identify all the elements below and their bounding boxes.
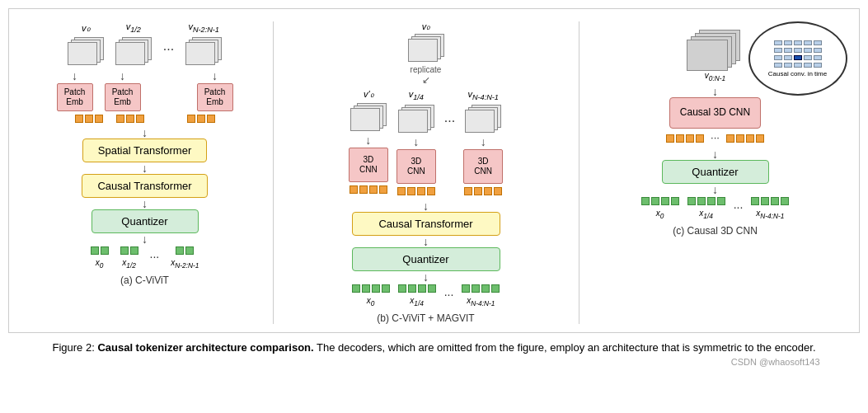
vn-frames bbox=[185, 37, 222, 67]
v1-group: v1/2 bbox=[115, 21, 152, 67]
v0n-label-c: v0:N-1 bbox=[691, 71, 740, 82]
v14-label: v1/4 bbox=[409, 89, 424, 101]
xc1-label: x1/4 bbox=[699, 209, 713, 220]
x1-label-a: x1/2 bbox=[122, 258, 136, 270]
caption-bold: Causal tokenizer architecture comparison… bbox=[97, 341, 313, 354]
vp0-frames bbox=[350, 103, 387, 133]
dots-b-bottom: ··· bbox=[444, 285, 454, 305]
diagram-b: v₀ replicate ↙ v'₀ ↓ 3DCNN bbox=[278, 21, 575, 324]
cnn-box-1: 3DCNN bbox=[396, 149, 436, 184]
x0-label-a: x0 bbox=[96, 258, 104, 270]
figure-number: Figure 2 bbox=[52, 341, 91, 354]
arrow-a3: ↓ bbox=[212, 70, 218, 82]
gtokens-bn bbox=[462, 284, 500, 293]
gtokens-c0 bbox=[641, 197, 679, 205]
zoom-content bbox=[774, 40, 822, 68]
arrow-quant-out-c: ↓ bbox=[712, 184, 718, 195]
v0-frames-b bbox=[408, 34, 444, 63]
arrow-causal-quantizer-a: ↓ bbox=[142, 198, 148, 209]
causal-conv-label: Causal conv. in time bbox=[768, 70, 827, 77]
gtokens-b1 bbox=[398, 284, 436, 293]
green-tokens-a0 bbox=[91, 246, 109, 255]
otokens-c0 bbox=[666, 134, 704, 143]
arrow-to-spatial: ↓ bbox=[142, 127, 148, 138]
xb1-label: x1/4 bbox=[410, 296, 424, 307]
caption-normal: The decoders, which are omitted from the… bbox=[317, 341, 816, 354]
orange-tokens-n bbox=[187, 115, 215, 123]
v0-frames bbox=[68, 37, 104, 67]
dots-a-bottom: ··· bbox=[150, 247, 160, 267]
green-tokens-an bbox=[176, 246, 194, 255]
figure-caption: Figure 2: Causal tokenizer architecture … bbox=[48, 340, 819, 356]
vn-label: vN-2:N-1 bbox=[188, 21, 219, 34]
arrow-quantizer-out-a: ↓ bbox=[142, 233, 148, 245]
vn4-label: vN-4:N-1 bbox=[467, 89, 499, 101]
watermark: CSDN @whaosoft143 bbox=[731, 355, 820, 369]
spatial-transformer-box: Spatial Transformer bbox=[82, 138, 207, 162]
replicate-label: replicate bbox=[411, 65, 442, 74]
zoom-circle: Causal conv. in time bbox=[748, 21, 847, 96]
caption-b: (b) C-ViViT + MAGVIT bbox=[377, 312, 474, 324]
replicate-arrow-b: ↙ bbox=[422, 74, 430, 86]
otokens-b1 bbox=[397, 187, 435, 195]
arrow-causal-quant-b: ↓ bbox=[423, 236, 429, 247]
quantizer-box-c: Quantizer bbox=[662, 160, 769, 184]
v14-frames bbox=[398, 105, 434, 134]
dots-c-bottom: ··· bbox=[734, 198, 744, 218]
orange-tokens-0 bbox=[75, 115, 103, 123]
xc0-label: x0 bbox=[656, 209, 664, 220]
diagram-a: v₀ v1/2 ··· vN-2:N-1 bbox=[21, 21, 269, 286]
vn4-frames bbox=[465, 105, 501, 134]
patch-emb-1: PatchEmb bbox=[105, 83, 141, 111]
caption-c: (c) Causal 3D CNN bbox=[673, 225, 758, 237]
quantizer-box-b: Quantizer bbox=[352, 247, 500, 271]
quantizer-box-a: Quantizer bbox=[91, 209, 199, 233]
cnn-box-n: 3DCNN bbox=[463, 149, 503, 184]
xcn-label: xN-4:N-1 bbox=[756, 209, 784, 220]
green-tokens-a1 bbox=[120, 246, 138, 255]
diagrams-row: v₀ v1/2 ··· vN-2:N-1 bbox=[8, 8, 860, 333]
gtokens-c1 bbox=[687, 197, 725, 205]
gtokens-b0 bbox=[352, 284, 390, 293]
xb0-label: x0 bbox=[367, 296, 375, 307]
otokens-bn bbox=[464, 187, 502, 195]
arrow-to-causal3d: ↓ bbox=[712, 86, 718, 97]
v0-label-b: v₀ bbox=[422, 21, 430, 32]
cnn-box-0: 3DCNN bbox=[349, 148, 388, 182]
arrow-a2: ↓ bbox=[120, 70, 125, 82]
divider-bc bbox=[579, 21, 579, 324]
arrow-bn: ↓ bbox=[481, 136, 486, 148]
arrow-to-causal-b: ↓ bbox=[423, 200, 429, 212]
dots-c-mid: ··· bbox=[711, 132, 720, 145]
orange-tokens-c-row: ··· bbox=[666, 132, 764, 145]
arrow-b1: ↓ bbox=[413, 136, 419, 148]
v0-group: v₀ bbox=[68, 23, 104, 67]
causal-transformer-box-b: Causal Transformer bbox=[352, 212, 500, 236]
frames-c-wrapper: v0:N-1 bbox=[691, 30, 740, 82]
v0-label: v₀ bbox=[82, 23, 90, 34]
xn-label-a: xN-2:N-1 bbox=[171, 258, 199, 270]
arrow-to-quantizer-c: ↓ bbox=[712, 148, 718, 160]
divider-ab bbox=[273, 21, 274, 324]
arrow-b0: ↓ bbox=[365, 134, 371, 146]
arrow-quant-out-b: ↓ bbox=[423, 271, 429, 283]
vp0-label: v'₀ bbox=[364, 89, 373, 100]
otokens-b0 bbox=[350, 185, 387, 194]
main-figure: v₀ v1/2 ··· vN-2:N-1 bbox=[8, 8, 860, 356]
arrow-spatial-causal: ↓ bbox=[142, 162, 148, 174]
causal-transformer-box-a: Causal Transformer bbox=[82, 174, 207, 198]
xbn-label: xN-4:N-1 bbox=[467, 296, 495, 307]
otokens-cn bbox=[726, 134, 764, 143]
diagram-c: Causal conv. in time v0:N-1 ↓ Causal 3D … bbox=[584, 21, 847, 237]
frames-c bbox=[691, 30, 740, 71]
patch-emb-n: PatchEmb bbox=[197, 83, 233, 111]
v1-label: v1/2 bbox=[126, 21, 141, 34]
dots-a-top: ··· bbox=[163, 34, 174, 67]
dots-b-mid: ··· bbox=[444, 89, 455, 155]
patch-emb-0: PatchEmb bbox=[57, 83, 93, 111]
arrow-a1: ↓ bbox=[72, 70, 77, 82]
vn-group: vN-2:N-1 bbox=[185, 21, 222, 67]
v1-frames bbox=[115, 37, 152, 67]
orange-tokens-1 bbox=[116, 115, 144, 123]
gtokens-cn bbox=[751, 197, 789, 205]
